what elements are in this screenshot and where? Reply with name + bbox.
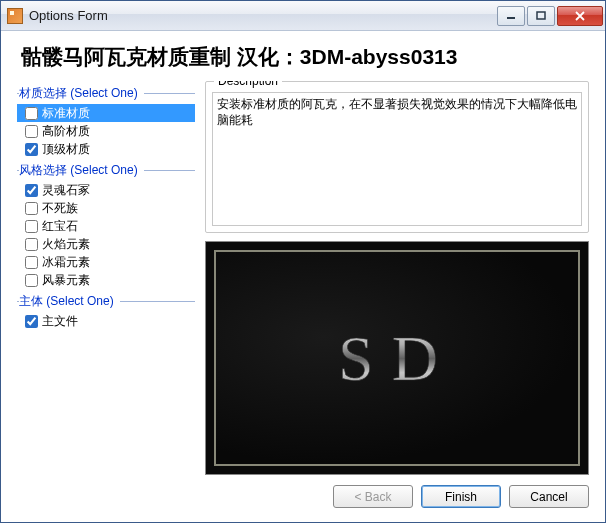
option-storm[interactable]: 风暴元素 [17,271,195,289]
preview-image: SD [205,241,589,475]
option-standard-texture[interactable]: 标准材质 [17,104,195,122]
option-label: 红宝石 [42,218,78,235]
option-soul-cairn[interactable]: 灵魂石冢 [17,181,195,199]
window-controls [497,6,603,26]
main-row: 材质选择 (Select One) 标准材质 高阶材质 顶级材质 风格选择 (S… [17,81,589,475]
group-header-texture: 材质选择 (Select One) [17,81,195,104]
description-legend: Description [214,81,282,88]
option-main-file[interactable]: 主文件 [17,312,195,330]
option-frost[interactable]: 冰霜元素 [17,253,195,271]
svg-text:SD: SD [338,323,456,394]
maximize-button[interactable] [527,6,555,26]
option-ruby[interactable]: 红宝石 [17,217,195,235]
maximize-icon [536,11,546,21]
option-soul-cairn-check[interactable] [25,184,38,197]
close-button[interactable] [557,6,603,26]
option-frost-check[interactable] [25,256,38,269]
button-row: < Back Finish Cancel [17,475,589,514]
option-label: 主文件 [42,313,78,330]
option-label: 不死族 [42,200,78,217]
preview-frame: SD [214,250,580,466]
right-panel: Description [205,81,589,475]
minimize-icon [506,11,516,21]
description-group: Description [205,81,589,233]
preview-logo: SD [312,308,482,408]
option-label: 火焰元素 [42,236,90,253]
close-icon [574,11,586,21]
option-high-texture[interactable]: 高阶材质 [17,122,195,140]
cancel-button[interactable]: Cancel [509,485,589,508]
finish-button[interactable]: Finish [421,485,501,508]
svg-rect-1 [537,12,545,19]
option-label: 灵魂石冢 [42,182,90,199]
option-fire[interactable]: 火焰元素 [17,235,195,253]
page-title: 骷髅马阿瓦克材质重制 汉化：3DM-abyss0313 [17,43,589,71]
group-header-main: 主体 (Select One) [17,289,195,312]
description-text[interactable] [212,92,582,226]
options-panel: 材质选择 (Select One) 标准材质 高阶材质 顶级材质 风格选择 (S… [17,81,195,475]
option-label: 冰霜元素 [42,254,90,271]
option-high-texture-check[interactable] [25,125,38,138]
option-main-file-check[interactable] [25,315,38,328]
option-top-texture[interactable]: 顶级材质 [17,140,195,158]
window-title: Options Form [29,8,497,23]
app-icon [7,8,23,24]
option-fire-check[interactable] [25,238,38,251]
option-standard-texture-check[interactable] [25,107,38,120]
options-window: Options Form 骷髅马阿瓦克材质重制 汉化：3DM-abyss0313… [0,0,606,523]
titlebar[interactable]: Options Form [1,1,605,31]
option-label: 顶级材质 [42,141,90,158]
group-header-style: 风格选择 (Select One) [17,158,195,181]
minimize-button[interactable] [497,6,525,26]
content-area: 骷髅马阿瓦克材质重制 汉化：3DM-abyss0313 材质选择 (Select… [1,31,605,522]
option-label: 风暴元素 [42,272,90,289]
option-undead[interactable]: 不死族 [17,199,195,217]
option-ruby-check[interactable] [25,220,38,233]
option-label: 标准材质 [42,105,90,122]
option-top-texture-check[interactable] [25,143,38,156]
option-label: 高阶材质 [42,123,90,140]
option-storm-check[interactable] [25,274,38,287]
svg-rect-0 [507,17,515,19]
back-button: < Back [333,485,413,508]
option-undead-check[interactable] [25,202,38,215]
